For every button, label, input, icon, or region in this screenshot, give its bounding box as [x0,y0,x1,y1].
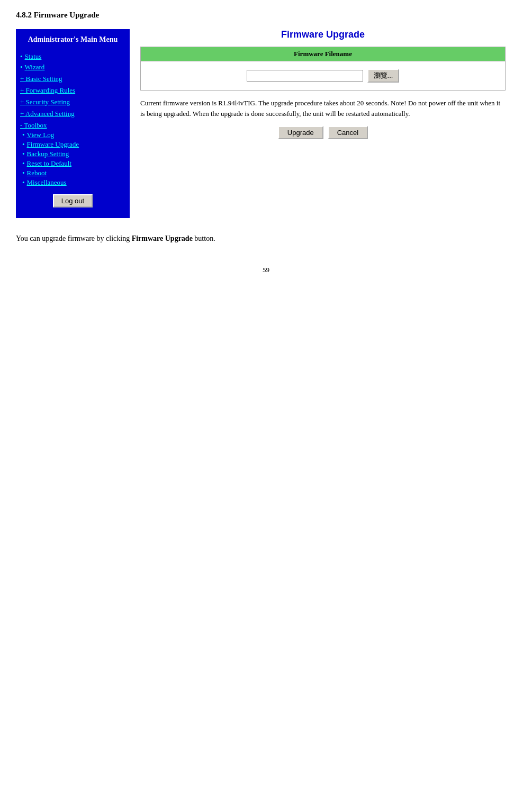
sidebar-link-reboot[interactable]: Reboot [27,169,47,177]
sidebar-item-miscellaneous: • Miscellaneous [20,178,125,187]
table-body: 瀏覽... [141,61,506,91]
sidebar-item-firmware-upgrade: • Firmware Upgrade [20,140,125,149]
logout-btn-wrap: Log out [20,194,125,207]
bottom-text-prefix: You can upgrade firmware by clicking [16,234,132,242]
sidebar-link-security-setting[interactable]: + Security Setting [20,98,125,106]
sidebar-item-view-log: • View Log [20,131,125,139]
table-header: Firmware Filename [141,47,506,61]
sidebar-link-miscellaneous[interactable]: Miscellaneous [27,178,67,187]
bullet-icon: • [20,52,23,61]
bullet-icon: • [22,150,25,158]
sidebar-item-status: • Status [20,52,125,61]
sidebar-item-backup-setting: • Backup Setting [20,150,125,158]
logout-button[interactable]: Log out [53,194,93,207]
bullet-icon: • [22,169,25,177]
bottom-text: You can upgrade firmware by clicking Fir… [16,233,516,245]
cancel-button[interactable]: Cancel [328,126,368,139]
sidebar-top-links: • Status • Wizard [20,52,125,71]
sidebar-link-toolbox[interactable]: - Toolbox [20,121,125,130]
firmware-table: Firmware Filename 瀏覽... [140,47,506,91]
sidebar-link-basic-setting[interactable]: + Basic Setting [20,75,125,83]
bullet-icon: • [22,178,25,187]
sidebar: Administrator's Main Menu • Status • Wiz… [16,29,130,218]
sidebar-title: Administrator's Main Menu [20,34,125,45]
bullet-icon: • [22,131,25,139]
page-heading: 4.8.2 Firmware Upgrade [16,11,516,20]
sidebar-link-reset-default[interactable]: Reset to Default [27,159,71,168]
bullet-icon: • [20,63,23,71]
sidebar-link-backup-setting[interactable]: Backup Setting [27,150,69,158]
sidebar-link-advanced-setting[interactable]: + Advanced Setting [20,110,125,118]
page-number: 59 [16,266,516,274]
sidebar-link-status[interactable]: Status [25,52,42,61]
sidebar-link-view-log[interactable]: View Log [27,131,55,139]
sidebar-item-wizard: • Wizard [20,63,125,71]
main-title: Firmware Upgrade [140,29,506,40]
bullet-icon: • [22,159,25,168]
file-input[interactable] [247,70,363,82]
bullet-icon: • [22,140,25,149]
sidebar-item-reset-default: • Reset to Default [20,159,125,168]
sidebar-item-reboot: • Reboot [20,169,125,177]
content-area: Administrator's Main Menu • Status • Wiz… [16,29,516,218]
sidebar-link-firmware-upgrade[interactable]: Firmware Upgrade [27,140,79,149]
toolbox-subitems: • View Log • Firmware Upgrade • Backup S… [20,131,125,187]
main-content: Firmware Upgrade Firmware Filename 瀏覽...… [130,29,516,139]
sidebar-link-forwarding-rules[interactable]: + Forwarding Rules [20,86,125,95]
firmware-info-text: Current firmware version is R1.94l4vTIG.… [140,98,506,119]
page-wrapper: 4.8.2 Firmware Upgrade Administrator's M… [0,0,532,295]
sidebar-link-wizard[interactable]: Wizard [25,63,45,71]
bottom-text-suffix: button. [193,234,215,242]
action-buttons: Upgrade Cancel [140,126,506,139]
upgrade-button[interactable]: Upgrade [278,126,323,139]
file-input-row: 瀏覽... [146,69,500,83]
bottom-text-bold: Firmware Upgrade [132,234,193,242]
browse-button[interactable]: 瀏覽... [367,69,400,83]
